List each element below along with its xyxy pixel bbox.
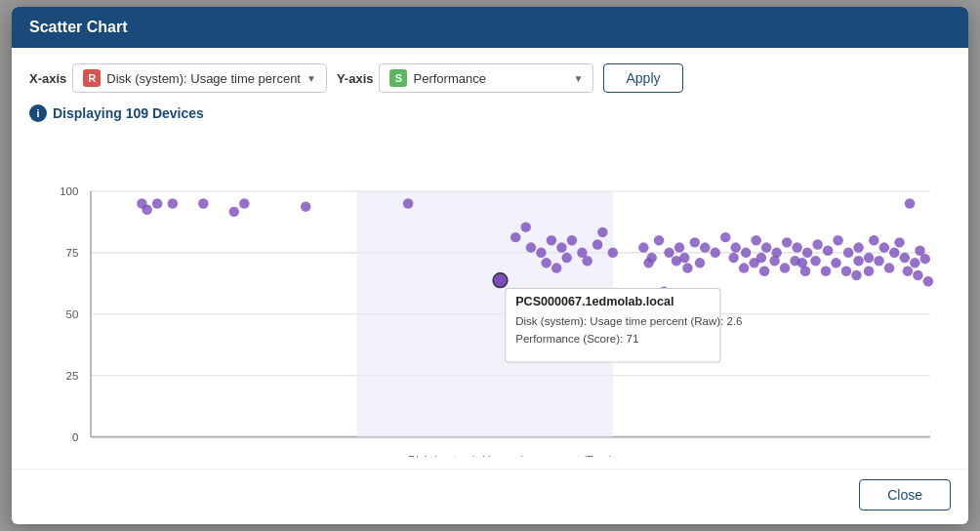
dot: [769, 256, 779, 266]
dot: [823, 246, 833, 256]
dot: [556, 242, 566, 252]
dot: [841, 266, 851, 275]
dot: [810, 256, 820, 266]
ytick-100: 100: [60, 185, 78, 197]
dot: [547, 235, 556, 245]
yaxis-label: Y-axis: [337, 71, 374, 86]
dot: [864, 253, 874, 263]
dot: [301, 201, 310, 211]
dot: [833, 235, 842, 245]
x-axis-label: Disk (system): Usage time percent (Raw): [408, 454, 613, 457]
dot: [910, 258, 919, 267]
dot: [900, 253, 910, 263]
tooltip-line2: Performance (Score): 71: [515, 333, 638, 345]
dot: [889, 248, 899, 258]
ytick-75: 75: [66, 247, 79, 259]
scatter-chart-dialog: Scatter Chart X-axis R Disk (system): Us…: [12, 7, 968, 524]
dot: [869, 235, 878, 245]
dot: [874, 256, 883, 266]
dot: [646, 253, 656, 263]
dot: [905, 198, 915, 208]
yaxis-badge: S: [389, 69, 407, 87]
dot: [229, 207, 239, 217]
xaxis-label: X-axis: [29, 71, 66, 86]
dot: [168, 198, 178, 208]
dot: [526, 242, 536, 252]
dot: [682, 263, 692, 272]
yaxis-group: Y-axis S Performance ▼: [337, 63, 594, 93]
dot: [903, 266, 913, 275]
dot: [884, 263, 894, 272]
dot: [821, 266, 831, 275]
dot: [592, 239, 602, 249]
yaxis-select[interactable]: S Performance ▼: [379, 63, 593, 93]
dot: [853, 242, 863, 252]
ytick-0: 0: [72, 431, 78, 443]
dot: [800, 266, 810, 275]
dot: [567, 235, 577, 245]
tooltip: PCS000067.1edmolab.local Disk (system): …: [506, 289, 743, 363]
dot: [198, 198, 208, 208]
tooltip-title: PCS000067.1edmolab.local: [515, 295, 674, 308]
dot: [608, 248, 618, 258]
xaxis-badge: R: [83, 69, 101, 87]
dot: [730, 242, 740, 252]
yaxis-chevron-icon: ▼: [574, 73, 584, 84]
dot: [597, 227, 607, 237]
xaxis-value: Disk (system): Usage time percent: [106, 71, 301, 86]
dot: [761, 242, 771, 252]
apply-button[interactable]: Apply: [603, 63, 682, 93]
devices-count: Displaying 109 Devices: [53, 105, 204, 121]
dot: [700, 242, 710, 252]
dot: [582, 256, 592, 266]
dot: [664, 248, 674, 258]
dot: [751, 235, 760, 245]
dot: [879, 242, 889, 252]
dot: [759, 266, 769, 275]
dot: [780, 263, 790, 272]
dot: [843, 248, 853, 258]
dot: [913, 270, 922, 280]
tooltip-dot: [493, 273, 508, 288]
dot: [142, 205, 151, 215]
dot: [695, 258, 705, 267]
dot: [152, 198, 162, 208]
ytick-25: 25: [66, 370, 79, 382]
dot: [520, 222, 530, 231]
dialog-title: Scatter Chart: [29, 19, 127, 35]
close-button[interactable]: Close: [859, 479, 951, 511]
dot: [802, 248, 812, 258]
dot: [812, 239, 822, 249]
dot: [792, 242, 801, 252]
dot: [672, 256, 681, 266]
dot: [923, 276, 933, 286]
dot: [510, 232, 520, 242]
yaxis-value: Performance: [413, 71, 485, 86]
dot: [831, 258, 840, 267]
dot: [728, 253, 738, 263]
dot: [749, 258, 758, 267]
toolbar: X-axis R Disk (system): Usage time perce…: [29, 63, 951, 93]
dot: [541, 258, 551, 267]
dot: [739, 263, 749, 272]
xaxis-chevron-icon: ▼: [306, 73, 316, 84]
info-bar: i Displaying 109 Devices: [29, 104, 951, 122]
dot: [638, 242, 648, 252]
tooltip-line1: Disk (system): Usage time percent (Raw):…: [515, 315, 742, 327]
dialog-body: X-axis R Disk (system): Usage time perce…: [12, 48, 968, 469]
dot: [894, 237, 904, 247]
dot: [674, 242, 684, 252]
dot: [551, 263, 561, 272]
dot: [790, 256, 799, 266]
xaxis-select[interactable]: R Disk (system): Usage time percent ▼: [72, 63, 327, 93]
dot: [239, 198, 249, 208]
xaxis-group: X-axis R Disk (system): Usage time perce…: [29, 63, 327, 93]
ytick-50: 50: [66, 308, 79, 320]
info-icon: i: [29, 104, 47, 122]
dot: [782, 237, 792, 247]
dot: [654, 235, 664, 245]
dot: [853, 256, 863, 266]
dialog-title-bar: Scatter Chart: [12, 7, 968, 48]
dot: [536, 248, 546, 258]
dot: [851, 270, 861, 280]
